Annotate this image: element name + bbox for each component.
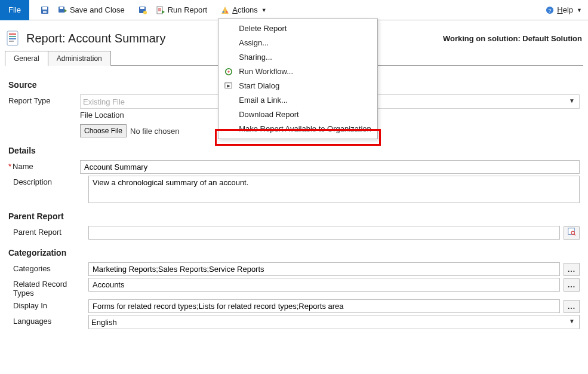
- svg-point-11: [226, 11, 228, 13]
- page-title: Report: Account Summary: [26, 32, 165, 45]
- section-details: Details: [8, 146, 580, 155]
- blank-icon: [223, 53, 234, 62]
- display-in-input[interactable]: [88, 299, 560, 313]
- display-in-ellipsis-button[interactable]: ...: [564, 300, 580, 313]
- label-description: Description: [13, 176, 88, 186]
- svg-rect-4: [60, 7, 63, 9]
- related-record-types-input[interactable]: [88, 278, 560, 292]
- section-categorization: Categorization: [8, 248, 580, 257]
- help-label: Help: [557, 5, 573, 14]
- label-report-type: Report Type: [8, 94, 80, 105]
- actions-label: Actions: [232, 5, 258, 14]
- dd-label: Sharing...: [239, 53, 272, 62]
- dd-label: Download Report: [239, 110, 298, 119]
- svg-rect-20: [9, 41, 14, 42]
- run-report-icon: [156, 5, 165, 15]
- parent-report-lookup-button[interactable]: [564, 226, 580, 240]
- actions-item-delete[interactable]: Delete Report: [218, 22, 377, 36]
- chevron-down-icon: ▼: [261, 7, 267, 13]
- report-entity-icon: [6, 30, 20, 47]
- svg-marker-9: [221, 7, 229, 14]
- toolbar: File Save and Close Run Report: [0, 0, 588, 20]
- label-categories: Categories: [13, 262, 88, 273]
- save-as-button[interactable]: [136, 4, 150, 16]
- actions-item-make-available[interactable]: Make Report Available to Organization: [218, 122, 377, 136]
- svg-line-23: [574, 234, 575, 236]
- blank-icon: [223, 24, 234, 33]
- label-name: Name: [8, 160, 80, 171]
- actions-dropdown: Delete Report Assign... Sharing... Run W…: [218, 19, 378, 139]
- svg-rect-2: [43, 11, 47, 13]
- svg-text:?: ?: [549, 7, 552, 13]
- dd-label: Run Workflow...: [239, 67, 293, 76]
- chevron-down-icon: ▼: [577, 7, 582, 13]
- languages-select[interactable]: English: [88, 315, 580, 329]
- svg-rect-18: [9, 36, 16, 37]
- save-close-label: Save and Close: [70, 5, 125, 14]
- actions-item-run-workflow[interactable]: Run Workflow...: [218, 65, 377, 79]
- svg-point-7: [143, 11, 147, 14]
- blank-icon: [223, 38, 234, 48]
- tab-administration[interactable]: Administration: [48, 51, 111, 66]
- svg-rect-19: [9, 38, 16, 39]
- save-close-icon: [58, 5, 67, 15]
- actions-item-sharing[interactable]: Sharing...: [218, 50, 377, 65]
- actions-item-assign[interactable]: Assign...: [218, 36, 377, 50]
- help-button[interactable]: ? Help ▼: [545, 5, 582, 15]
- label-parent-report: Parent Report: [13, 226, 88, 237]
- tab-general[interactable]: General: [5, 51, 48, 66]
- workflow-icon: [223, 67, 234, 76]
- label-display-in: Display In: [13, 299, 88, 310]
- actions-item-download[interactable]: Download Report: [218, 108, 377, 122]
- blank-icon: [223, 96, 234, 105]
- save-and-close-button[interactable]: Save and Close: [56, 4, 127, 16]
- related-types-ellipsis-button[interactable]: ...: [564, 278, 580, 292]
- run-report-button[interactable]: Run Report: [153, 4, 210, 16]
- parent-report-input[interactable]: [88, 226, 560, 240]
- lookup-icon: [568, 228, 576, 238]
- svg-rect-17: [9, 33, 16, 35]
- categories-input[interactable]: [88, 262, 560, 276]
- run-report-label: Run Report: [168, 5, 207, 14]
- dd-label: Make Report Available to Organization: [239, 124, 371, 133]
- name-input[interactable]: [80, 160, 580, 174]
- description-textarea[interactable]: View a chronological summary of an accou…: [88, 176, 580, 203]
- dd-label: Email a Link...: [239, 96, 288, 105]
- actions-item-start-dialog[interactable]: Start Dialog: [218, 79, 377, 93]
- section-parent: Parent Report: [8, 211, 580, 221]
- actions-menu-button[interactable]: Actions ▼: [218, 4, 269, 16]
- blank-icon: [223, 110, 234, 119]
- dd-label: Delete Report: [239, 24, 287, 33]
- svg-rect-8: [157, 7, 162, 14]
- save-icon: [40, 5, 50, 15]
- actions-icon: [220, 5, 230, 15]
- label-languages: Languages: [13, 315, 88, 326]
- dd-label: Assign...: [239, 38, 269, 47]
- save-as-icon: [138, 5, 147, 15]
- blank-icon: [223, 124, 234, 134]
- file-status-text: No file chosen: [130, 127, 179, 136]
- choose-file-button[interactable]: Choose File: [80, 124, 127, 137]
- help-icon: ?: [545, 5, 555, 15]
- label-related-record-types: Related Record Types: [13, 278, 88, 298]
- categories-ellipsis-button[interactable]: ...: [564, 263, 580, 276]
- svg-point-10: [223, 11, 224, 13]
- actions-item-email-link[interactable]: Email a Link...: [218, 93, 377, 108]
- save-button[interactable]: [38, 4, 52, 16]
- file-menu-button[interactable]: File: [0, 0, 29, 20]
- dd-label: Start Dialog: [239, 81, 279, 90]
- dialog-icon: [223, 81, 234, 91]
- svg-rect-6: [140, 7, 144, 9]
- solution-label: Working on solution: Default Solution: [443, 34, 582, 43]
- svg-rect-1: [42, 7, 47, 10]
